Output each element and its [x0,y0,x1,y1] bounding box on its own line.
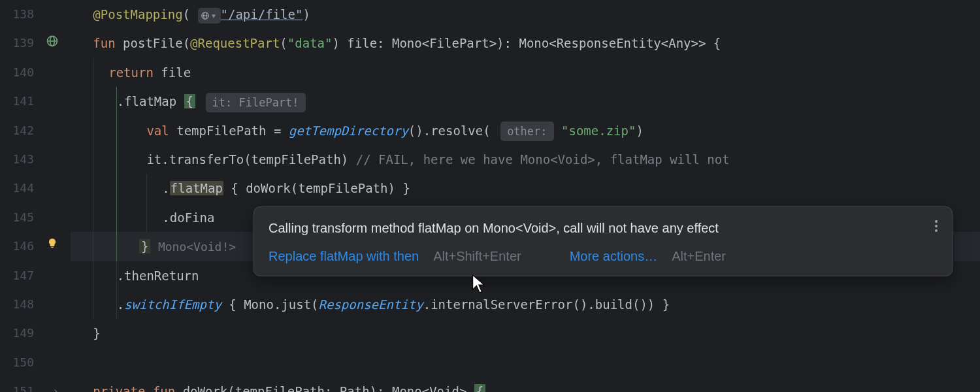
code-line[interactable]: @PostMapping( ▾"/api/file") [71,0,980,29]
code-line[interactable]: .flatMap { doWork(tempFilePath) } [71,174,980,203]
svg-rect-3 [51,247,54,248]
line-number: 138 [0,0,71,29]
quick-fix-link[interactable]: Replace flatMap with then [269,249,419,264]
line-number: 140 [0,58,71,87]
shortcut-hint: Alt+Shift+Enter [433,249,521,264]
warning-highlight: flatMap [170,181,223,195]
code-line[interactable] [71,348,980,377]
shortcut-hint: Alt+Enter [672,249,726,264]
lambda-param-hint: it: FilePart! [206,93,306,112]
line-number: 144 [0,174,71,203]
code-line[interactable]: .switchIfEmpty { Mono.just(ResponseEntit… [71,290,980,319]
fold-chevron-right-icon[interactable]: › [52,377,59,392]
line-number: 148 [0,290,71,319]
line-number: 146 [0,232,71,261]
code-line[interactable]: fun postFile(@RequestPart("data") file: … [71,29,980,57]
close-brace: } [139,239,150,253]
line-number: 145 [0,203,71,232]
line-number: 147 [0,261,71,290]
code-line[interactable]: } [71,319,980,348]
line-number: 139 [0,29,71,57]
url-globe-icon[interactable]: ▾ [198,8,221,24]
code-area[interactable]: @PostMapping( ▾"/api/file") fun postFile… [71,0,980,392]
code-line[interactable]: return file [71,58,980,87]
param-hint: other: [500,122,553,141]
line-number: 142 [0,116,71,145]
intention-bulb-icon[interactable] [46,232,59,261]
line-number: 151 › [0,377,71,392]
code-editor[interactable]: 138 139 140 141 142 143 144 145 146 147 … [0,0,980,392]
line-number: 149 [0,319,71,348]
open-brace: { [184,94,195,108]
line-number: 143 [0,145,71,174]
code-line[interactable]: val tempFilePath = getTempDirectory().re… [71,116,980,145]
endpoint-globe-icon[interactable] [46,29,59,57]
inspection-tooltip: Calling transform method flatMap on Mono… [253,206,953,276]
more-menu-icon[interactable] [935,220,938,232]
more-actions-link[interactable]: More actions… [570,249,658,264]
mouse-cursor-icon [472,274,487,297]
line-number: 141 [0,87,71,116]
code-line[interactable]: private fun doWork(tempFilePath: Path): … [71,377,980,392]
type-hint: Mono<Void!> [158,240,236,253]
code-line[interactable]: it.transferTo(tempFilePath) // FAIL, her… [71,145,980,174]
code-line[interactable]: .flatMap { it: FilePart! [71,87,980,116]
tooltip-actions: Replace flatMap with then Alt+Shift+Ente… [254,246,952,276]
line-number: 150 [0,348,71,377]
tooltip-message: Calling transform method flatMap on Mono… [254,207,952,246]
gutter: 138 139 140 141 142 143 144 145 146 147 … [0,0,71,392]
